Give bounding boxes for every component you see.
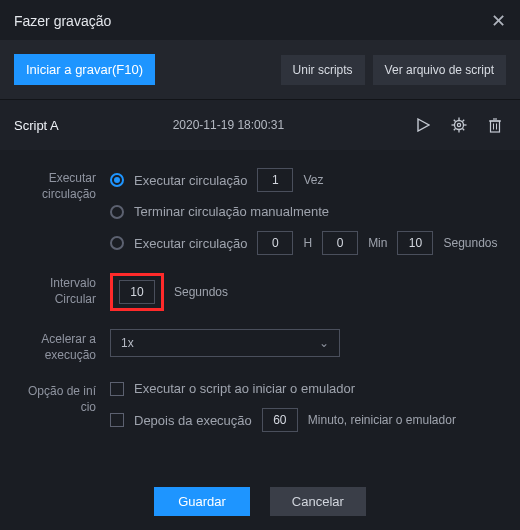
merge-scripts-button[interactable]: Unir scripts — [281, 55, 365, 85]
svg-rect-11 — [491, 121, 500, 132]
speed-value: 1x — [121, 336, 134, 350]
speed-select[interactable]: 1x ⌄ — [110, 329, 340, 357]
loop-duration-label: Executar circulação — [134, 236, 247, 251]
close-icon[interactable]: ✕ — [491, 10, 506, 32]
start-record-button[interactable]: Iniciar a gravar(F10) — [14, 54, 155, 85]
loop-times-unit: Vez — [303, 173, 323, 187]
window-title: Fazer gravação — [14, 13, 111, 29]
interval-unit: Segundos — [174, 285, 228, 299]
svg-marker-0 — [418, 119, 429, 131]
duration-s-input[interactable] — [397, 231, 433, 255]
duration-s-unit: Segundos — [443, 236, 497, 250]
loop-times-input[interactable] — [257, 168, 293, 192]
startup-label: Opção de iní cio — [18, 381, 110, 432]
interval-label: Intervalo Circular — [18, 273, 110, 311]
after-exec-label: Depois da execução — [134, 413, 252, 428]
script-timestamp: 2020-11-19 18:00:31 — [59, 118, 398, 132]
duration-m-input[interactable] — [322, 231, 358, 255]
run-on-start-label: Executar o script ao iniciar o emulador — [134, 381, 355, 396]
save-button[interactable]: Guardar — [154, 487, 250, 516]
svg-line-10 — [463, 120, 465, 122]
script-name: Script A — [14, 118, 59, 133]
after-exec-unit: Minuto, reiniciar o emulador — [308, 413, 456, 427]
duration-m-unit: Min — [368, 236, 387, 250]
after-exec-input[interactable] — [262, 408, 298, 432]
trash-icon[interactable] — [484, 114, 506, 136]
svg-point-1 — [455, 121, 464, 130]
loop-times-label: Executar circulação — [134, 173, 247, 188]
gear-icon[interactable] — [448, 114, 470, 136]
svg-line-9 — [454, 129, 456, 131]
checkbox-run-on-start[interactable] — [110, 382, 124, 396]
svg-point-2 — [457, 123, 460, 126]
checkbox-after-exec[interactable] — [110, 413, 124, 427]
svg-line-7 — [454, 120, 456, 122]
radio-loop-times[interactable] — [110, 173, 124, 187]
interval-highlight — [110, 273, 164, 311]
duration-h-input[interactable] — [257, 231, 293, 255]
radio-loop-duration[interactable] — [110, 236, 124, 250]
loop-label: Executar circulação — [18, 168, 110, 255]
loop-manual-label: Terminar circulação manualmente — [134, 204, 329, 219]
play-icon[interactable] — [412, 114, 434, 136]
svg-line-8 — [463, 129, 465, 131]
speed-label: Acelerar a execução — [18, 329, 110, 363]
chevron-down-icon: ⌄ — [319, 336, 329, 350]
cancel-button[interactable]: Cancelar — [270, 487, 366, 516]
view-script-file-button[interactable]: Ver arquivo de script — [373, 55, 506, 85]
interval-input[interactable] — [119, 280, 155, 304]
radio-loop-manual[interactable] — [110, 205, 124, 219]
duration-h-unit: H — [303, 236, 312, 250]
